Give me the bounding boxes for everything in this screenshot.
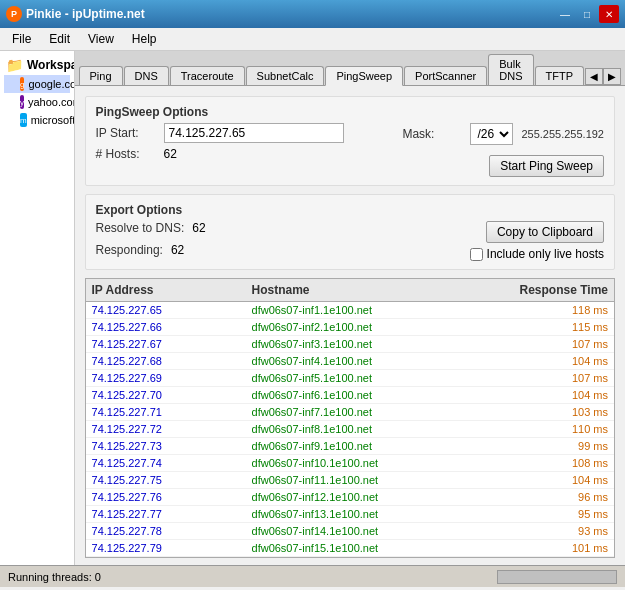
tab-scroll-right[interactable]: ▶ [603, 68, 621, 85]
sidebar-item-google[interactable]: g google.com [4, 75, 70, 93]
table-row[interactable]: 74.125.227.67 dfw06s07-inf3.1e100.net 10… [86, 336, 614, 353]
header-hostname: Hostname [252, 283, 508, 297]
mask-select[interactable]: /26 [470, 123, 513, 145]
table-row[interactable]: 74.125.227.65 dfw06s07-inf1.1e100.net 11… [86, 302, 614, 319]
live-hosts-label: Include only live hosts [487, 247, 604, 261]
cell-hostname: dfw06s07-inf14.1e100.net [252, 525, 508, 537]
app-icon: P [6, 6, 22, 22]
menu-help[interactable]: Help [124, 30, 165, 48]
cell-hostname: dfw06s07-inf6.1e100.net [252, 389, 508, 401]
live-hosts-checkbox[interactable] [470, 248, 483, 261]
menu-bar: File Edit View Help [0, 28, 625, 51]
resolve-row: Resolve to DNS: 62 [96, 221, 206, 235]
tab-scroll-left[interactable]: ◀ [585, 68, 603, 85]
export-options: Export Options Resolve to DNS: 62 Respon… [85, 194, 615, 270]
tab-scroll-controls: ◀ ▶ [585, 68, 621, 85]
table-row[interactable]: 74.125.227.76 dfw06s07-inf12.1e100.net 9… [86, 489, 614, 506]
tab-pingsweep[interactable]: PingSweep [325, 66, 403, 86]
table-row[interactable]: 74.125.227.75 dfw06s07-inf11.1e100.net 1… [86, 472, 614, 489]
cell-hostname: dfw06s07-inf11.1e100.net [252, 474, 508, 486]
cell-hostname: dfw06s07-inf4.1e100.net [252, 355, 508, 367]
table-row[interactable]: 74.125.227.69 dfw06s07-inf5.1e100.net 10… [86, 370, 614, 387]
cell-ip[interactable]: 74.125.227.69 [92, 372, 252, 384]
table-row[interactable]: 74.125.227.77 dfw06s07-inf13.1e100.net 9… [86, 506, 614, 523]
cell-ip[interactable]: 74.125.227.75 [92, 474, 252, 486]
cell-ip[interactable]: 74.125.227.66 [92, 321, 252, 333]
cell-response: 103 ms [508, 406, 608, 418]
tab-portscanner[interactable]: PortScanner [404, 66, 487, 85]
table-row[interactable]: 74.125.227.78 dfw06s07-inf14.1e100.net 9… [86, 523, 614, 540]
title-controls: — □ ✕ [555, 5, 619, 23]
tab-traceroute[interactable]: Traceroute [170, 66, 245, 85]
tab-bar: Ping DNS Traceroute SubnetCalc PingSweep… [75, 51, 625, 86]
ip-start-input[interactable] [164, 123, 344, 143]
cell-ip[interactable]: 74.125.227.71 [92, 406, 252, 418]
cell-ip[interactable]: 74.125.227.70 [92, 389, 252, 401]
maximize-button[interactable]: □ [577, 5, 597, 23]
export-labels: Resolve to DNS: 62 Responding: 62 [96, 221, 206, 257]
cell-ip[interactable]: 74.125.227.68 [92, 355, 252, 367]
hosts-label: # Hosts: [96, 147, 156, 161]
sidebar-item-microsoft[interactable]: m microsoft.com [4, 111, 70, 129]
close-button[interactable]: ✕ [599, 5, 619, 23]
table-row[interactable]: 74.125.227.74 dfw06s07-inf10.1e100.net 1… [86, 455, 614, 472]
options-right: Mask: /26 255.255.255.192 Start Ping Swe… [402, 123, 604, 177]
header-response: Response Time [508, 283, 608, 297]
table-row[interactable]: 74.125.227.66 dfw06s07-inf2.1e100.net 11… [86, 319, 614, 336]
header-ip: IP Address [92, 283, 252, 297]
table-row[interactable]: 74.125.227.68 dfw06s07-inf4.1e100.net 10… [86, 353, 614, 370]
sidebar-item-yahoo[interactable]: y yahoo.com [4, 93, 70, 111]
responding-label: Responding: [96, 243, 163, 257]
workspace-label: Workspace [27, 58, 75, 72]
live-hosts-row: Include only live hosts [470, 247, 604, 261]
ip-start-label: IP Start: [96, 126, 156, 140]
export-actions: Copy to Clipboard Include only live host… [470, 221, 604, 261]
options-left: IP Start: # Hosts: 62 [96, 123, 344, 161]
tab-subnetcalc[interactable]: SubnetCalc [246, 66, 325, 85]
cell-ip[interactable]: 74.125.227.76 [92, 491, 252, 503]
table-row[interactable]: 74.125.227.72 dfw06s07-inf8.1e100.net 11… [86, 421, 614, 438]
table-row[interactable]: 74.125.227.79 dfw06s07-inf15.1e100.net 1… [86, 540, 614, 557]
cell-ip[interactable]: 74.125.227.73 [92, 440, 252, 452]
table-row[interactable]: 74.125.227.70 dfw06s07-inf6.1e100.net 10… [86, 387, 614, 404]
cell-hostname: dfw06s07-inf13.1e100.net [252, 508, 508, 520]
tab-dns[interactable]: DNS [124, 66, 169, 85]
mask-subnet: 255.255.255.192 [521, 128, 604, 140]
export-title: Export Options [96, 203, 604, 217]
tab-tftp[interactable]: TFTP [535, 66, 585, 85]
cell-response: 99 ms [508, 440, 608, 452]
cell-response: 110 ms [508, 423, 608, 435]
cell-ip[interactable]: 74.125.227.65 [92, 304, 252, 316]
tab-ping[interactable]: Ping [79, 66, 123, 85]
table-row[interactable]: 74.125.227.71 dfw06s07-inf7.1e100.net 10… [86, 404, 614, 421]
microsoft-icon: m [20, 113, 27, 127]
options-title: PingSweep Options [96, 105, 604, 119]
pingsweep-options: PingSweep Options IP Start: # Hosts: 62 [85, 96, 615, 186]
tab-bulkdns[interactable]: Bulk DNS [488, 54, 533, 85]
cell-ip[interactable]: 74.125.227.78 [92, 525, 252, 537]
sidebar: 📁 Workspace g google.com y yahoo.com m m… [0, 51, 75, 565]
cell-ip[interactable]: 74.125.227.79 [92, 542, 252, 554]
table-row[interactable]: 74.125.227.73 dfw06s07-inf9.1e100.net 99… [86, 438, 614, 455]
cell-ip[interactable]: 74.125.227.74 [92, 457, 252, 469]
mask-label: Mask: [402, 127, 462, 141]
results-scroll[interactable]: 74.125.227.65 dfw06s07-inf1.1e100.net 11… [86, 302, 614, 557]
status-bar: Running threads: 0 [0, 565, 625, 587]
cell-response: 104 ms [508, 355, 608, 367]
menu-file[interactable]: File [4, 30, 39, 48]
cell-hostname: dfw06s07-inf12.1e100.net [252, 491, 508, 503]
yahoo-icon: y [20, 95, 24, 109]
menu-edit[interactable]: Edit [41, 30, 78, 48]
pingsweep-panel: PingSweep Options IP Start: # Hosts: 62 [75, 86, 625, 568]
start-ping-sweep-button[interactable]: Start Ping Sweep [489, 155, 604, 177]
copy-to-clipboard-button[interactable]: Copy to Clipboard [486, 221, 604, 243]
cell-ip[interactable]: 74.125.227.72 [92, 423, 252, 435]
status-text: Running threads: 0 [8, 571, 489, 583]
minimize-button[interactable]: — [555, 5, 575, 23]
cell-hostname: dfw06s07-inf2.1e100.net [252, 321, 508, 333]
cell-ip[interactable]: 74.125.227.77 [92, 508, 252, 520]
menu-view[interactable]: View [80, 30, 122, 48]
cell-hostname: dfw06s07-inf9.1e100.net [252, 440, 508, 452]
title-bar: P Pinkie - ipUptime.net — □ ✕ [0, 0, 625, 28]
cell-ip[interactable]: 74.125.227.67 [92, 338, 252, 350]
